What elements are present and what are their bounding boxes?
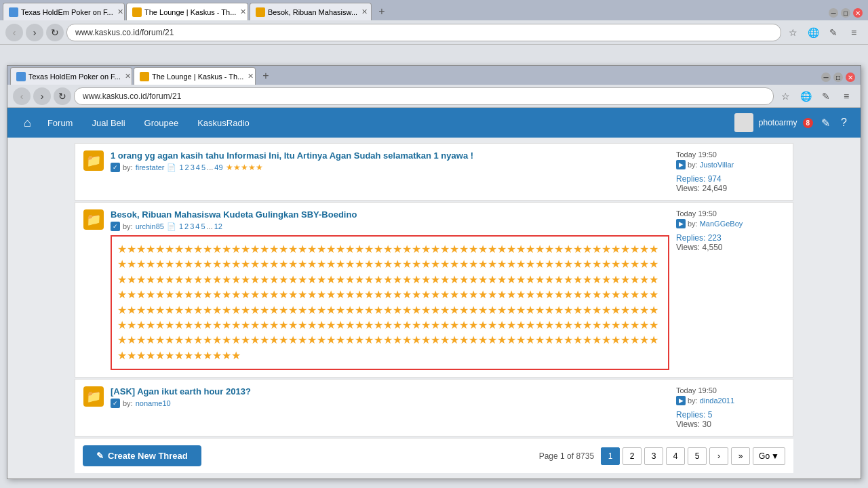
menu-icon-outer[interactable]: ≡	[845, 24, 863, 41]
kaskus-icon-outer[interactable]: 🌐	[804, 24, 822, 41]
thread-author-2[interactable]: noname10	[136, 399, 171, 407]
page-btn-1[interactable]: 1	[601, 447, 620, 465]
next-page-button[interactable]: ›	[709, 447, 728, 465]
thread-stats-1: Today 19:50 ▶ by: ManGGeBoy Replies: 223…	[676, 209, 785, 252]
thread-lastby-1: ▶ by: ManGGeBoy	[676, 219, 785, 228]
page-links-1: 1 2 3 4 5 ... 12	[179, 222, 222, 230]
nav-groupee-inner[interactable]: Groupee	[136, 113, 187, 134]
reload-button-inner[interactable]: ↻	[54, 87, 71, 105]
verified-icon-1: ✓	[111, 222, 120, 231]
tab-0-favicon	[9, 7, 18, 17]
thread-lastauthor-0[interactable]: JustoVillar	[700, 161, 734, 169]
page-btn-4[interactable]: 4	[666, 447, 685, 465]
inner-tab-0[interactable]: Texas HoldEm Poker on F... ✕	[10, 67, 132, 85]
tab-2[interactable]: Besok, Ribuan Mahasisw... ✕	[250, 3, 372, 20]
forward-button-outer[interactable]: ›	[26, 24, 43, 41]
inner-tab-0-close[interactable]: ✕	[125, 72, 131, 81]
maximize-button[interactable]: □	[841, 8, 850, 18]
inner-tab-1-close[interactable]: ✕	[248, 72, 254, 81]
thread-meta-2: ✓ by: noname10	[111, 399, 669, 408]
nav-radio-inner[interactable]: KaskusRadio	[189, 113, 258, 134]
page-btn-2[interactable]: 2	[623, 447, 642, 465]
edit-icon-inner[interactable]: ✎	[818, 114, 833, 132]
user-avatar-inner	[734, 113, 753, 132]
browser-inner: Texas HoldEm Poker on F... ✕ The Lounge …	[7, 65, 861, 479]
forward-button-inner[interactable]: ›	[33, 87, 51, 105]
pg-0-1[interactable]: 1	[179, 163, 183, 171]
inner-close-button[interactable]: ✕	[846, 73, 855, 82]
page-btn-5[interactable]: 5	[688, 447, 707, 465]
inner-maximize-button[interactable]: □	[833, 73, 843, 82]
address-bar-inner[interactable]	[74, 87, 774, 105]
tab-2-close[interactable]: ✕	[361, 7, 368, 16]
pg-0-5[interactable]: 5	[201, 163, 205, 171]
tools-icon-outer[interactable]: ✎	[825, 24, 842, 41]
table-row: 📁 [ASK] Agan ikut earth hour 2013? ✓ by:…	[75, 379, 793, 436]
thread-views-1: Views: 4,550	[676, 243, 785, 252]
inner-tab-0-label: Texas HoldEm Poker on F...	[28, 73, 121, 81]
home-nav-button-inner[interactable]: ⌂	[18, 113, 37, 133]
page-btn-3[interactable]: 3	[644, 447, 663, 465]
new-tab-button[interactable]: +	[373, 3, 391, 20]
thread-author-1[interactable]: urchin85	[136, 222, 164, 230]
inner-tab-1[interactable]: The Lounge | Kaskus - Th... ✕	[134, 67, 256, 85]
tab-1-close[interactable]: ✕	[240, 7, 246, 16]
thread-title-0[interactable]: 1 orang yg agan kasih tahu Informasi Ini…	[111, 150, 473, 161]
pg-1-last[interactable]: 12	[214, 222, 222, 230]
pg-1-2[interactable]: 2	[184, 222, 189, 230]
thread-date-2: Today 19:50	[676, 386, 785, 394]
nav-jualbeli-inner[interactable]: Jual Beli	[83, 113, 133, 134]
pg-0-4[interactable]: 4	[196, 163, 200, 171]
stars-box: ★★★★★★★★★★★★★★★★★★★★★★★★★★★★★★★★★★★★★★★★…	[111, 235, 669, 370]
thread-lastauthor-2[interactable]: dinda2011	[700, 396, 734, 405]
tab-0-close[interactable]: ✕	[117, 7, 123, 16]
thread-icon-1: 📁	[83, 209, 104, 230]
create-thread-button[interactable]: ✎ Create New Thread	[83, 445, 201, 466]
tools-icon-inner[interactable]: ✎	[817, 87, 835, 105]
menu-icon-inner[interactable]: ≡	[837, 87, 855, 105]
pg-1-3[interactable]: 3	[190, 222, 194, 230]
pg-0-3[interactable]: 3	[191, 163, 195, 171]
minimize-button[interactable]: ─	[829, 8, 838, 18]
thread-meta-0: ✓ by: firestater 📄 1 2 3 4 5 ...	[111, 163, 669, 172]
bookmark-icon-outer[interactable]: ☆	[784, 24, 802, 41]
nav-forum-inner[interactable]: Forum	[39, 113, 81, 134]
thread-author-0[interactable]: firestater	[136, 163, 165, 171]
close-button[interactable]: ✕	[853, 8, 863, 18]
help-icon-inner[interactable]: ?	[838, 114, 850, 131]
tab-0[interactable]: Texas HoldEm Poker on F... ✕	[3, 3, 125, 20]
page-icon-0: 📄	[167, 163, 176, 172]
page-links-0: 1 2 3 4 5 ... 49	[179, 163, 222, 171]
address-bar-outer[interactable]	[66, 24, 781, 41]
thread-replies-0[interactable]: Replies: 974	[676, 174, 722, 184]
tab-0-label: Texas HoldEm Poker on F...	[21, 8, 113, 16]
by-label-last-2: by:	[688, 396, 698, 405]
pg-1-1[interactable]: 1	[179, 222, 183, 230]
thread-replies-2[interactable]: Replies: 5	[676, 410, 712, 420]
tab-1[interactable]: The Lounge | Kaskus - Th... ✕	[126, 3, 248, 20]
thread-replies-1[interactable]: Replies: 223	[676, 233, 722, 243]
thread-stats-2: Today 19:50 ▶ by: dinda2011 Replies: 5 V…	[676, 386, 785, 429]
reload-button-outer[interactable]: ↻	[46, 24, 64, 41]
thread-title-1[interactable]: Besok, Ribuan Mahasiswa Kudeta Gulingkan…	[111, 209, 357, 220]
thread-lastauthor-1[interactable]: ManGGeBoy	[700, 220, 743, 228]
kaskus-icon-inner[interactable]: 🌐	[797, 87, 814, 105]
go-button[interactable]: Go ▼	[753, 447, 785, 465]
thread-title-2[interactable]: [ASK] Agan ikut earth hour 2013?	[111, 386, 251, 396]
back-button-outer[interactable]: ‹	[5, 24, 23, 41]
verified-icon-0: ✓	[111, 163, 120, 172]
last-page-button[interactable]: »	[731, 447, 750, 465]
bookmark-icon-inner[interactable]: ☆	[776, 87, 794, 105]
back-button-inner[interactable]: ‹	[13, 87, 31, 105]
pg-1-5[interactable]: 5	[201, 222, 205, 230]
inner-new-tab-button[interactable]: +	[257, 67, 275, 85]
pg-0-last[interactable]: 49	[214, 163, 222, 171]
pagination: Page 1 of 8735 1 2 3 4 5 › » Go ▼	[539, 447, 785, 465]
thread-main-1: Besok, Ribuan Mahasiswa Kudeta Gulingkan…	[111, 209, 669, 370]
site-nav-inner: ⌂ Forum Jual Beli Groupee KaskusRadio ph…	[7, 108, 861, 138]
pg-0-2[interactable]: 2	[185, 163, 189, 171]
inner-minimize-button[interactable]: ─	[821, 73, 831, 82]
notif-badge-inner[interactable]: 8	[803, 118, 814, 128]
pg-1-4[interactable]: 4	[195, 222, 199, 230]
outer-tab-bar: Texas HoldEm Poker on F... ✕ The Lounge …	[0, 0, 868, 20]
